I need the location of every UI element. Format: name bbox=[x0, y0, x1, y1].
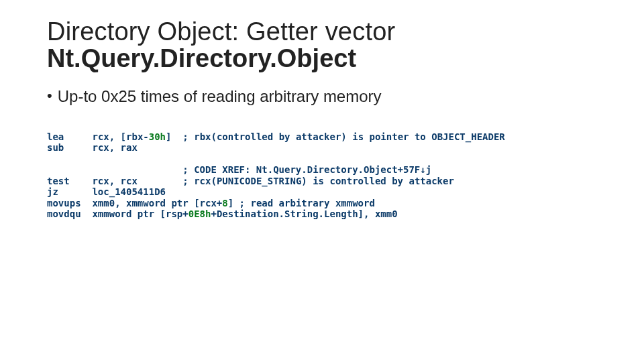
title-line-2: Nt.Query.Directory.Object bbox=[47, 46, 597, 72]
code-ops: +Destination.String.Length], xmm0 bbox=[211, 208, 397, 219]
code-mnem: jz bbox=[47, 186, 58, 197]
bullet-text: Up-to 0x25 times of reading arbitrary me… bbox=[58, 87, 382, 106]
bullet-dot: • bbox=[47, 87, 52, 105]
code-ops: ] bbox=[166, 131, 171, 142]
disassembly-block: lea rcx, [rbx-30h] ; rbx(controlled by a… bbox=[47, 131, 597, 220]
code-ops: rcx, [rbx- bbox=[92, 131, 148, 142]
title-line-1: Directory Object: Getter vector bbox=[47, 19, 597, 46]
code-ops: ] bbox=[228, 198, 239, 208]
code-comment: ; rbx(controlled by attacker) is pointer… bbox=[182, 131, 504, 142]
code-comment: ; rcx(PUNICODE_STRING) is controlled by … bbox=[182, 176, 454, 186]
code-num: 30h bbox=[149, 131, 166, 142]
code-mnem: test bbox=[47, 176, 70, 186]
code-comment: ; CODE XREF: Nt.Query.Directory.Object+5… bbox=[182, 164, 431, 175]
code-mnem: lea bbox=[47, 131, 64, 142]
code-ops: loc_1405411D6 bbox=[92, 186, 166, 197]
code-mnem: movups bbox=[47, 198, 81, 208]
code-num: 8 bbox=[222, 198, 227, 208]
slide: Directory Object: Getter vector Nt.Query… bbox=[0, 0, 644, 362]
code-ops: xmmword ptr [rsp+ bbox=[92, 208, 188, 219]
bullet-item: • Up-to 0x25 times of reading arbitrary … bbox=[47, 87, 597, 106]
code-comment: ; read arbitrary xmmword bbox=[239, 198, 375, 208]
code-ops: xmm0, xmmword ptr [rcx+ bbox=[92, 198, 222, 208]
code-mnem: sub bbox=[47, 142, 64, 153]
code-mnem: movdqu bbox=[47, 208, 81, 219]
code-ops: rcx, rcx bbox=[92, 176, 137, 186]
code-ops: rcx, rax bbox=[92, 142, 137, 153]
code-num: 0E8h bbox=[189, 208, 211, 219]
